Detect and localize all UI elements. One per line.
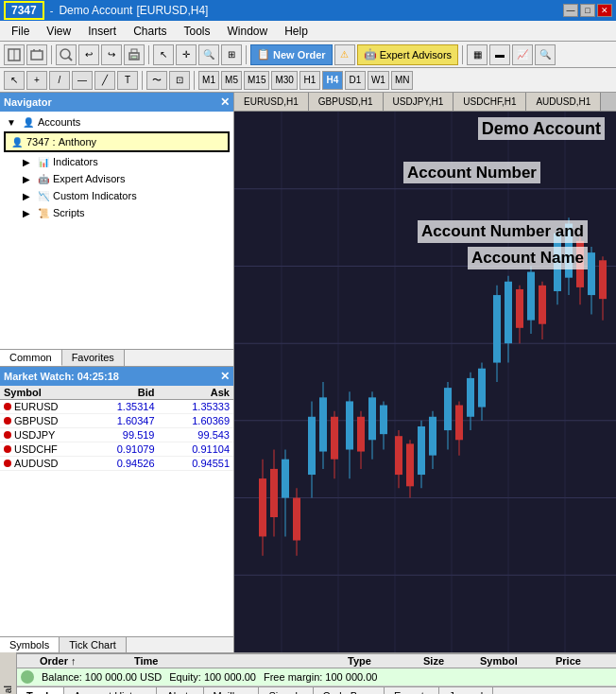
mw-tab-symbols[interactable]: Symbols [0, 637, 60, 652]
market-watch-tabs: Symbols Tick Chart [0, 636, 233, 652]
account-entry[interactable]: 👤 7347 : Anthony [4, 131, 230, 152]
toolbar-zoom-out-btn[interactable]: 🔍 [535, 44, 556, 65]
menu-insert[interactable]: Insert [80, 23, 124, 40]
toolbar-cursor[interactable]: ↖ [153, 44, 174, 65]
tree-indicators[interactable]: ▶ 📊 Indicators [2, 153, 231, 170]
eurusd-dot [4, 403, 11, 410]
mw-gbpusd-ask: 1.60369 [155, 415, 231, 426]
toolbar-btn-2[interactable] [26, 44, 47, 65]
market-watch-header: Market Watch: 04:25:18 ✕ [0, 367, 233, 386]
chart-tab-usdchf[interactable]: USDCHF,H1 [453, 93, 526, 111]
menu-charts[interactable]: Charts [126, 23, 174, 40]
toolbar-crosshair[interactable]: ✛ [176, 44, 197, 65]
chart-tab-usdjpy[interactable]: USDJPY,H1 [384, 93, 454, 111]
svg-rect-46 [395, 436, 402, 475]
tf-m30[interactable]: M30 [271, 71, 297, 90]
navigator-close[interactable]: ✕ [220, 95, 230, 109]
mw-audusd-bid: 0.94526 [79, 458, 155, 469]
tree-root[interactable]: ▼ 👤 Accounts [2, 113, 231, 130]
menu-file[interactable]: File [4, 23, 37, 40]
tf-h4[interactable]: H4 [322, 71, 343, 90]
draw-plus[interactable]: + [26, 71, 47, 90]
main-content: Navigator ✕ ▼ 👤 Accounts 👤 7347 : Anthon… [0, 93, 616, 652]
market-watch-close[interactable]: ✕ [220, 370, 230, 383]
new-order-button[interactable]: 📋 New Order [250, 44, 333, 65]
toolbar-chart-type-1[interactable]: ▦ [467, 44, 488, 65]
terminal-tab-signals[interactable]: Signals [259, 687, 313, 694]
menu-tools[interactable]: Tools [177, 23, 218, 40]
terminal-tab-experts[interactable]: Experts [385, 687, 439, 694]
terminal-tab-journal[interactable]: Journal [439, 687, 493, 694]
balance-text: Balance: 100 000.00 USD [42, 671, 162, 683]
indicators-label: Indicators [53, 156, 98, 167]
close-button[interactable]: ✕ [597, 4, 612, 17]
chart-tabs: EURUSD,H1 GBPUSD,H1 USDJPY,H1 USDCHF,H1 … [234, 93, 616, 112]
terminal-col-size: Size [423, 655, 480, 667]
toolbar-btn-1[interactable] [4, 44, 25, 65]
maximize-button[interactable]: □ [580, 4, 595, 17]
tf-m5[interactable]: M5 [221, 71, 242, 90]
expert-advisors-button[interactable]: 🤖 Expert Advisors [357, 44, 458, 65]
indicators-icon: 📊 [36, 154, 51, 169]
chart-tab-gbpusd[interactable]: GBPUSD,H1 [309, 93, 384, 111]
toolbar-btn-5[interactable]: ↪ [101, 44, 122, 65]
tf-w1[interactable]: W1 [368, 71, 389, 90]
minimize-button[interactable]: — [563, 4, 578, 17]
svg-rect-62 [493, 295, 501, 363]
tf-h1[interactable]: H1 [299, 71, 320, 90]
market-watch-row[interactable]: USDCHF 0.91079 0.91104 [0, 442, 233, 457]
tree-custom-indicators[interactable]: ▶ 📉 Custom Indicators [2, 187, 231, 204]
toolbar-zoom-in[interactable]: 🔍 [198, 44, 219, 65]
nav-tab-common[interactable]: Common [0, 350, 62, 366]
svg-rect-44 [380, 406, 387, 435]
mw-audusd-ask: 0.94551 [155, 458, 231, 469]
ea-label: Expert Advisors [53, 173, 125, 184]
draw-cursor[interactable]: ↖ [4, 71, 25, 90]
toolbar-sep-3 [246, 45, 247, 64]
draw-diagonal[interactable]: ╱ [94, 71, 115, 90]
terminal-area: Order ↑ Time Type Size Symbol Price Bala… [17, 652, 616, 694]
terminal-tab-alerts[interactable]: Alerts [157, 687, 203, 694]
tree-expert-advisors[interactable]: ▶ 🤖 Expert Advisors [2, 170, 231, 187]
toolbar-alert[interactable]: ⚠ [334, 44, 355, 65]
toolbar-chart-type-3[interactable]: 📈 [512, 44, 533, 65]
draw-fib[interactable]: 〜 [146, 71, 167, 90]
tf-m1[interactable]: M1 [198, 71, 219, 90]
market-watch-row[interactable]: GBPUSD 1.60347 1.60369 [0, 414, 233, 428]
menu-help[interactable]: Help [277, 23, 316, 40]
nav-tab-favorites[interactable]: Favorites [62, 350, 125, 366]
menu-view[interactable]: View [39, 23, 78, 40]
draw-line[interactable]: / [49, 71, 70, 90]
market-watch-row[interactable]: AUDUSD 0.94526 0.94551 [0, 457, 233, 471]
tf-d1[interactable]: D1 [345, 71, 366, 90]
gbpusd-dot [4, 417, 11, 425]
terminal-tab-codebase[interactable]: Code Base [314, 687, 385, 694]
toolbar-chart-type-2[interactable]: ▬ [489, 44, 510, 65]
tree-scripts[interactable]: ▶ 📜 Scripts [2, 204, 231, 221]
mw-tab-tick-chart[interactable]: Tick Chart [60, 637, 127, 652]
tf-mn[interactable]: MN [391, 71, 414, 90]
demo-account-annotation: Demo Account [478, 117, 605, 140]
tf-m15[interactable]: M15 [244, 71, 269, 90]
draw-text[interactable]: T [117, 71, 138, 90]
svg-rect-34 [319, 397, 327, 451]
menu-window[interactable]: Window [220, 23, 276, 40]
toolbar-print[interactable] [124, 44, 145, 65]
market-watch-row[interactable]: EURUSD 1.35314 1.35333 [0, 400, 233, 414]
toolbar-btn-3[interactable] [56, 44, 77, 65]
terminal-tab-trade[interactable]: Trade [17, 687, 64, 694]
chart-tab-audusd[interactable]: AUDUSD,H1 [526, 93, 601, 111]
draw-dash[interactable]: — [72, 71, 93, 90]
menu-bar: File View Insert Charts Tools Window Hel… [0, 21, 616, 42]
toolbar-period[interactable]: ⊞ [221, 44, 242, 65]
chart-tab-eurusd[interactable]: EURUSD,H1 [234, 93, 309, 111]
terminal-tab-mailbox[interactable]: Mailbox [204, 687, 260, 694]
terminal-tab-account-history[interactable]: Account History [64, 687, 157, 694]
account-number-titlebar: 7347 [4, 1, 44, 20]
toolbar-btn-4[interactable]: ↩ [78, 44, 99, 65]
market-watch-row[interactable]: USDJPY 99.519 99.543 [0, 428, 233, 442]
draw-period[interactable]: ⊡ [169, 71, 190, 90]
chart-area[interactable]: Demo Account Account Number Account Numb… [234, 112, 616, 652]
svg-rect-48 [406, 443, 414, 486]
main-toolbar: ↩ ↪ ↖ ✛ 🔍 ⊞ 📋 New Order ⚠ 🤖 Expert Advis… [0, 42, 616, 68]
